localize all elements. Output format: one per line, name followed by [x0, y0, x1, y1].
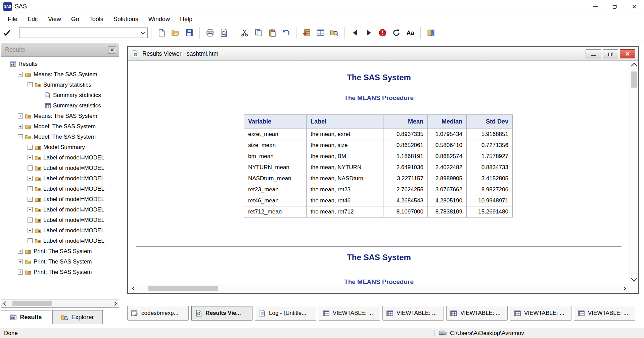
window-button-viewtable[interactable]: VIEWTABLE: ... — [510, 306, 571, 321]
print-button[interactable] — [204, 27, 216, 38]
viewtable-icon — [514, 309, 521, 317]
scroll-down-arrow[interactable] — [630, 274, 638, 284]
check-icon — [3, 29, 11, 37]
back-button[interactable] — [349, 27, 361, 38]
help-button[interactable] — [425, 27, 437, 38]
scroll-left-arrow[interactable] — [1, 300, 10, 307]
print-preview-button[interactable] — [218, 27, 230, 38]
command-check-button[interactable] — [1, 27, 13, 38]
tree-item[interactable]: −Means: The SAS System — [1, 69, 119, 80]
expand-toggle[interactable]: + — [28, 218, 33, 223]
tree-item[interactable]: +Means: The SAS System — [1, 111, 119, 121]
tree-item[interactable]: +Model Summary — [1, 142, 119, 152]
tree-item[interactable]: +Label of model=MODEL — [1, 215, 119, 225]
expand-toggle[interactable]: + — [28, 186, 33, 191]
collapse-toggle[interactable]: − — [28, 82, 33, 87]
tree-item[interactable]: +Label of model=MODEL — [1, 236, 119, 246]
command-input[interactable] — [19, 28, 138, 38]
expand-toggle[interactable]: + — [28, 238, 33, 243]
tree-item[interactable]: Summary statistics — [1, 100, 119, 111]
tree-item[interactable]: Summary statistics — [1, 90, 119, 100]
window-button-viewtable[interactable]: VIEWTABLE: ... — [319, 306, 380, 321]
tree-item[interactable]: +Label of model=MODEL — [1, 225, 119, 236]
new-library-button[interactable] — [301, 27, 313, 38]
expand-toggle[interactable]: + — [18, 259, 23, 264]
collapse-toggle[interactable]: − — [18, 134, 23, 139]
menu-window[interactable]: Window — [143, 14, 175, 25]
scroll-right-arrow[interactable] — [619, 284, 629, 293]
menu-edit[interactable]: Edit — [22, 14, 43, 25]
tab-results[interactable]: Results — [1, 310, 51, 324]
undo-button[interactable] — [280, 27, 292, 38]
results-panel-close-button[interactable]: ✕ — [108, 46, 116, 54]
tree-item[interactable]: +Print: The SAS System — [1, 267, 119, 277]
tree-item[interactable]: +Print: The SAS System — [1, 256, 119, 267]
menu-go[interactable]: Go — [66, 14, 84, 25]
scroll-up-arrow[interactable] — [630, 61, 638, 71]
tree-item[interactable]: −Summary statistics — [1, 80, 119, 90]
scrollbar-thumb[interactable] — [12, 301, 52, 306]
expand-toggle[interactable]: + — [28, 207, 33, 212]
expand-toggle[interactable]: + — [28, 197, 33, 202]
cut-button[interactable] — [239, 27, 250, 38]
tree-item[interactable]: +Model: The SAS System — [1, 121, 119, 132]
menu-solutions[interactable]: Solutions — [108, 14, 143, 25]
viewer-minimize-button[interactable] — [586, 49, 601, 58]
break-button[interactable] — [377, 27, 388, 38]
refresh-button[interactable] — [390, 27, 402, 38]
window-button-results-viewer[interactable]: Results Vie... — [191, 306, 252, 321]
explorer-button[interactable] — [328, 27, 340, 38]
expand-toggle[interactable]: + — [28, 145, 33, 150]
tree-item[interactable]: +Label of model=MODEL — [1, 173, 119, 184]
results-folder-icon — [35, 238, 41, 244]
viewer-horizontal-scrollbar[interactable] — [128, 284, 630, 293]
menu-help[interactable]: Help — [175, 14, 197, 25]
expand-toggle[interactable]: + — [18, 113, 23, 118]
window-button-log[interactable]: Log - (Untitle... — [255, 306, 316, 321]
menu-tools[interactable]: Tools — [84, 14, 108, 25]
expand-toggle[interactable]: + — [28, 176, 33, 181]
collapse-toggle[interactable]: − — [18, 72, 23, 77]
window-button-viewtable[interactable]: VIEWTABLE: ... — [574, 306, 635, 321]
open-button[interactable] — [170, 27, 181, 38]
paste-button[interactable] — [266, 27, 278, 38]
window-button-viewtable[interactable]: VIEWTABLE: ... — [382, 306, 444, 321]
tree-item[interactable]: +Label of model=MODEL — [1, 152, 119, 163]
tree-item[interactable]: +Print: The SAS System — [1, 246, 119, 256]
window-button-editor[interactable]: codesbmexp... — [127, 306, 189, 321]
scroll-right-arrow[interactable] — [110, 300, 119, 307]
menu-view[interactable]: View — [43, 14, 66, 25]
expand-toggle[interactable]: + — [18, 270, 23, 275]
tree-item[interactable]: −Model: The SAS System — [1, 132, 119, 142]
new-document-button[interactable] — [156, 27, 168, 38]
tab-explorer[interactable]: Explorer — [52, 310, 103, 324]
expand-toggle[interactable]: + — [28, 165, 33, 171]
tree-item[interactable]: +Label of model=MODEL — [1, 163, 119, 173]
save-button[interactable] — [183, 27, 195, 38]
scrollbar-thumb[interactable] — [631, 71, 637, 88]
panel-horizontal-scrollbar[interactable] — [1, 299, 119, 307]
viewer-vertical-scrollbar[interactable] — [630, 61, 638, 284]
restore-button[interactable] — [605, 0, 625, 13]
tree-item[interactable]: +Label of model=MODEL — [1, 204, 119, 215]
forward-button[interactable] — [363, 27, 375, 38]
menu-file[interactable]: File — [3, 14, 22, 25]
expand-toggle[interactable]: + — [28, 228, 33, 233]
expand-toggle[interactable]: + — [18, 249, 23, 254]
command-dropdown-button[interactable] — [138, 28, 147, 38]
expand-toggle[interactable]: + — [18, 124, 23, 129]
viewer-close-button[interactable]: ✕ — [620, 49, 635, 58]
tree-item[interactable]: +Label of model=MODEL — [1, 194, 119, 204]
copy-button[interactable] — [252, 27, 264, 38]
window-list-button[interactable] — [315, 27, 326, 38]
fonts-button[interactable] — [404, 27, 416, 38]
window-button-viewtable[interactable]: VIEWTABLE: ... — [446, 306, 508, 321]
minimize-button[interactable] — [586, 0, 605, 13]
expand-toggle[interactable]: + — [28, 155, 33, 160]
close-button[interactable]: × — [625, 0, 644, 13]
tree-item[interactable]: +Label of model=MODEL — [1, 184, 119, 194]
viewer-restore-button[interactable] — [603, 49, 618, 58]
scroll-left-arrow[interactable] — [129, 284, 139, 293]
tree-item-results-root[interactable]: Results — [1, 59, 119, 69]
scrollbar-thumb[interactable] — [148, 286, 218, 291]
